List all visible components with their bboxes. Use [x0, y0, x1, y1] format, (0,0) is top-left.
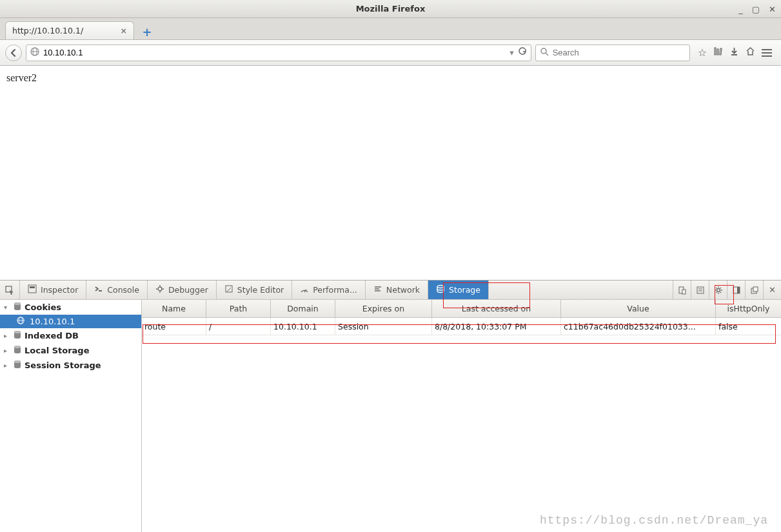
- close-icon[interactable]: ✕: [769, 5, 776, 14]
- new-tab-button[interactable]: +: [139, 24, 155, 39]
- arrow-left-icon: [9, 48, 18, 57]
- sidebar-indexeddb[interactable]: ▸ Indexed DB: [0, 328, 141, 343]
- col-value[interactable]: Value: [561, 300, 716, 317]
- sidebar-label: Session Storage: [25, 360, 101, 370]
- search-input[interactable]: [553, 48, 686, 57]
- search-icon: [540, 47, 549, 58]
- tool-debugger[interactable]: Debugger: [148, 281, 217, 299]
- sidebar-label: Local Storage: [25, 346, 90, 355]
- tool-label: Style Editor: [237, 285, 284, 295]
- window-controls: _ ▢ ✕: [738, 0, 776, 18]
- popout-icon[interactable]: [745, 281, 763, 299]
- highlight-data-row: [143, 324, 776, 344]
- nav-toolbar: ▾ ☆: [0, 40, 781, 66]
- highlight-storage-tab: [443, 282, 530, 308]
- console-icon: [94, 284, 103, 295]
- tab-title: http://10.10.10.1/: [12, 26, 83, 35]
- search-box[interactable]: [535, 44, 690, 61]
- sidebar-cookies[interactable]: ▾ Cookies: [0, 300, 141, 315]
- svg-point-47: [14, 360, 21, 363]
- debugger-icon: [155, 284, 164, 295]
- globe-icon: [17, 317, 25, 326]
- sidebar-sessionstorage[interactable]: ▸ Session Storage: [0, 358, 141, 373]
- col-path[interactable]: Path: [206, 300, 271, 317]
- tool-label: Network: [386, 285, 420, 295]
- page-body: server2: [0, 66, 781, 280]
- tool-network[interactable]: Network: [366, 281, 428, 299]
- back-button[interactable]: [5, 44, 22, 61]
- sidebar-label: Indexed DB: [25, 331, 79, 340]
- database-icon: [13, 330, 22, 341]
- globe-icon: [30, 47, 39, 58]
- minimize-icon[interactable]: _: [738, 5, 743, 14]
- sidebar-label: 10.10.10.1: [30, 317, 75, 326]
- col-name[interactable]: Name: [142, 300, 206, 317]
- nav-icons: ☆: [694, 46, 776, 59]
- database-icon: [13, 360, 22, 371]
- inspector-icon: [28, 284, 37, 295]
- dropdown-icon[interactable]: ▾: [509, 48, 514, 57]
- downloads-icon[interactable]: [729, 46, 739, 59]
- tool-label: Performa...: [313, 285, 357, 295]
- expand-arrow-icon[interactable]: ▸: [4, 347, 10, 354]
- window-title: Mozilla Firefox: [356, 4, 426, 14]
- url-input[interactable]: [43, 48, 506, 57]
- devtools-panel: Inspector Console Debugger Style Editor …: [0, 280, 781, 532]
- storage-sidebar: ▾ Cookies 10.10.10.1 ▸ Indexed DB ▸ Loca…: [0, 300, 142, 532]
- col-domain[interactable]: Domain: [271, 300, 335, 317]
- svg-rect-13: [226, 286, 232, 292]
- home-icon[interactable]: [746, 46, 755, 59]
- inspector-cursor-icon: [5, 286, 14, 295]
- highlight-settings-icon: [715, 285, 734, 304]
- svg-rect-6: [28, 285, 36, 293]
- page-text: server2: [6, 72, 37, 83]
- window-titlebar: Mozilla Firefox _ ▢ ✕: [0, 0, 781, 18]
- url-bar[interactable]: ▾: [26, 44, 531, 61]
- devtools-toolbar: Inspector Console Debugger Style Editor …: [0, 281, 781, 300]
- svg-point-45: [14, 346, 21, 348]
- database-icon: [13, 302, 22, 313]
- tab-close-icon[interactable]: ×: [121, 26, 127, 35]
- svg-rect-20: [682, 290, 686, 294]
- network-icon: [373, 284, 382, 295]
- col-expires[interactable]: Expires on: [335, 300, 432, 317]
- pick-element-button[interactable]: [0, 281, 20, 299]
- expand-arrow-icon[interactable]: ▸: [4, 362, 10, 369]
- database-icon: [13, 345, 22, 356]
- sidebar-localstorage[interactable]: ▸ Local Storage: [0, 343, 141, 358]
- sidebar-label: Cookies: [25, 302, 61, 312]
- menu-icon[interactable]: [762, 46, 772, 59]
- svg-point-8: [158, 287, 162, 291]
- svg-point-43: [14, 331, 21, 333]
- watermark-text: https://blog.csdn.net/Dream_ya: [540, 514, 768, 527]
- expand-arrow-icon[interactable]: ▸: [4, 332, 10, 339]
- bookmark-icon[interactable]: ☆: [698, 46, 707, 59]
- tab-strip: http://10.10.10.1/ × +: [0, 18, 781, 40]
- tool-label: Debugger: [168, 285, 208, 295]
- expand-arrow-icon[interactable]: ▾: [4, 304, 10, 311]
- svg-rect-34: [737, 287, 740, 293]
- svg-point-38: [14, 302, 21, 305]
- svg-point-3: [541, 48, 546, 54]
- tool-inspector[interactable]: Inspector: [20, 281, 86, 299]
- tool-performance[interactable]: Performa...: [292, 281, 366, 299]
- scratchpad-icon[interactable]: [691, 281, 709, 299]
- sidebar-cookies-host[interactable]: 10.10.10.1: [0, 315, 141, 328]
- svg-rect-21: [697, 287, 704, 293]
- tool-label: Console: [107, 285, 139, 295]
- tool-style-editor[interactable]: Style Editor: [217, 281, 292, 299]
- svg-rect-7: [30, 286, 35, 288]
- maximize-icon[interactable]: ▢: [752, 5, 760, 14]
- svg-line-4: [546, 53, 548, 55]
- responsive-mode-icon[interactable]: [673, 281, 691, 299]
- style-editor-icon: [224, 284, 233, 295]
- tool-label: Inspector: [41, 285, 78, 295]
- reload-icon[interactable]: [518, 47, 527, 58]
- svg-rect-36: [753, 287, 758, 291]
- performance-icon: [300, 284, 309, 295]
- library-icon[interactable]: [713, 46, 723, 59]
- browser-tab[interactable]: http://10.10.10.1/ ×: [5, 21, 134, 39]
- tool-console[interactable]: Console: [86, 281, 148, 299]
- devtools-close-icon[interactable]: ✕: [763, 281, 781, 299]
